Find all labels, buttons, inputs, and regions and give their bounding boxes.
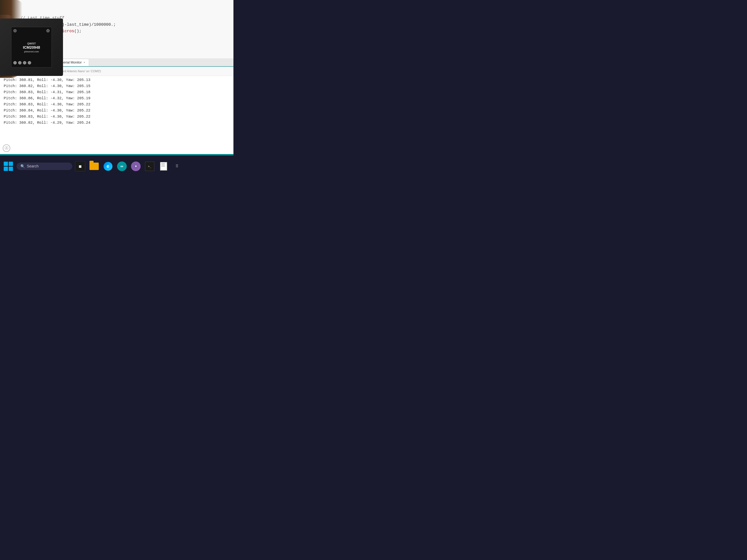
notepad-shape [160,162,167,170]
hole-top-left [14,29,17,32]
taskbar-edge-icon[interactable]: e [103,161,113,171]
serial-line-3: Pitch: 360.83, Roll: -4.31, Yaw: 205.18 [4,89,230,95]
windows-start-button[interactable] [4,162,13,171]
taskbar-folder-icon[interactable] [89,161,99,171]
arduino-logo: ∞ [117,161,127,171]
serial-line-8: Pitch: 360.82, Roll: -4.29, Yaw: 205.24 [4,119,230,126]
sensor-prefix: QW/ST [27,42,36,45]
win-square-1 [4,162,8,166]
edge-logo: e [104,162,112,171]
tab-serial-monitor-label: Serial Monitor [61,60,82,64]
taskbar-arduino-icon[interactable]: ∞ [117,161,127,171]
serial-line-5: Pitch: 360.83, Roll: -4.30, Yaw: 205.22 [4,101,230,107]
sensor-brand: pimoroni.com [23,50,40,53]
taskbar-connector-icon[interactable]: ⠿ [172,162,182,171]
cmd-symbol: >_ [148,165,151,168]
code-line-575 [20,8,228,15]
copilot-svg: ✦ [133,163,139,169]
notepad-line-2 [161,165,165,165]
serial-line-1: Pitch: 360.81, Roll: -4.30, Yaw: 205.13 [4,77,230,83]
win-square-4 [9,167,13,171]
sensor-model: ICM20948 [23,45,40,49]
serial-line-2: Pitch: 360.82, Roll: -4.30, Yaw: 205.15 [4,83,230,89]
sensor-board-overlay: QW/ST ICM20948 pimoroni.com [0,19,63,76]
taskbar-cmd-icon[interactable]: >_ [145,161,155,171]
serial-lines: Pitch: 360.81, Roll: -4.30, Yaw: 205.13 … [4,77,230,126]
notepad-line-3 [161,166,165,166]
teal-divider [0,154,233,156]
user-icon: Ⓐ [3,144,10,152]
taskbar-copilot-icon[interactable]: ✦ [131,161,141,171]
svg-text:✦: ✦ [134,164,137,168]
taskbar: 🔍 Search ■ e ∞ ✦ >_ [0,157,233,175]
serial-line-4: Pitch: 360.86, Roll: -4.32, Yaw: 205.19 [4,95,230,101]
serial-line-6: Pitch: 360.84, Roll: -4.30, Yaw: 205.22 [4,107,230,113]
folder-shape [89,163,99,170]
search-label: Search [27,164,38,168]
serial-line-7: Pitch: 360.83, Roll: -4.30, Yaw: 205.22 [4,113,230,119]
pin-1 [14,61,17,64]
code-line-374 [20,2,228,8]
pin-4 [28,61,31,64]
copilot-logo: ✦ [131,161,140,171]
connector-symbol: ⠿ [176,164,178,169]
taskbar-terminal-icon[interactable]: ■ [75,161,85,171]
pin-3 [23,61,26,64]
hole-top-right [46,29,50,32]
search-icon: 🔍 [20,164,25,168]
sensor-model-label: QW/ST ICM20948 pimoroni.com [23,42,40,53]
pin-2 [18,61,22,64]
win-square-3 [4,167,8,171]
notepad-line-1 [161,163,165,164]
cmd-logo: >_ [145,162,154,171]
taskbar-notepad-icon[interactable] [158,161,169,171]
pin-row [14,61,31,64]
terminal-symbol: ■ [79,164,81,168]
tab-close-button[interactable]: × [83,61,85,64]
win-square-2 [9,162,13,166]
sensor-board: QW/ST ICM20948 pimoroni.com [11,27,52,68]
search-bar[interactable]: 🔍 Search [17,163,72,170]
